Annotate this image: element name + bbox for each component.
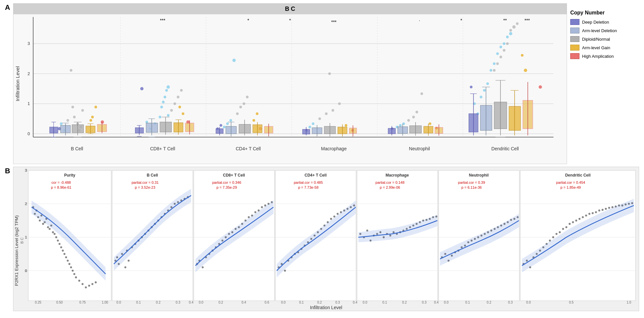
svg-text:0.3: 0.3 (508, 301, 513, 304)
svg-text:0.0: 0.0 (526, 301, 531, 304)
svg-text:2: 2 (25, 202, 27, 206)
svg-point-169 (503, 42, 505, 45)
svg-point-40 (101, 120, 104, 124)
svg-point-453 (569, 223, 571, 225)
svg-point-241 (85, 286, 87, 288)
svg-text:Macrophage: Macrophage (321, 146, 347, 151)
svg-point-123 (325, 112, 328, 115)
svg-text:0: 0 (25, 269, 27, 273)
svg-text:Macrophage: Macrophage (385, 173, 409, 177)
svg-text:0.4: 0.4 (434, 301, 439, 304)
svg-point-159 (470, 86, 473, 88)
svg-point-69 (165, 89, 168, 92)
svg-point-165 (490, 69, 492, 72)
panel-legend: Copy Number Deep Deletion Arm-level Dele… (567, 3, 639, 164)
panel-a-chart: B C 0 1 2 3 Infiltration Level (13, 3, 567, 164)
svg-text:partial.cor = 0.485: partial.cor = 0.485 (294, 180, 323, 184)
svg-point-73 (173, 102, 176, 105)
legend-title: Copy Number (570, 10, 636, 16)
svg-point-264 (124, 266, 126, 268)
svg-point-164 (486, 82, 489, 85)
svg-point-462 (598, 209, 600, 211)
svg-rect-253 (112, 170, 193, 301)
subpanel-macrophage: Macrophage partial.cor = 0.148 p = 2.99e… (357, 170, 439, 304)
svg-point-237 (73, 273, 75, 275)
svg-text:2: 2 (28, 71, 30, 76)
svg-text:0.6: 0.6 (264, 301, 269, 304)
svg-point-31 (81, 109, 84, 112)
svg-point-221 (47, 226, 49, 228)
svg-point-229 (60, 246, 62, 248)
svg-point-145 (416, 111, 418, 113)
svg-point-454 (572, 221, 574, 223)
svg-point-242 (88, 285, 90, 287)
svg-text:p = 7.73e-58: p = 7.73e-58 (298, 185, 319, 189)
svg-text:Dendritic Cell: Dendritic Cell (565, 173, 591, 177)
svg-point-244 (95, 281, 97, 283)
svg-point-77 (182, 112, 184, 115)
svg-text:0.2: 0.2 (219, 301, 223, 304)
svg-point-162 (480, 96, 482, 98)
svg-point-463 (602, 209, 604, 211)
svg-point-240 (82, 283, 84, 285)
svg-point-179 (516, 22, 518, 25)
subpanel-cd4: CD4+ T Cell partial.cor = 0.485 p = 7.73… (275, 170, 357, 304)
svg-point-218 (42, 223, 44, 225)
svg-point-72 (170, 109, 173, 112)
svg-point-103 (243, 102, 245, 105)
svg-text:CD8+ T Cell: CD8+ T Cell (223, 173, 245, 177)
svg-point-224 (52, 231, 54, 233)
legend-item-deep-deletion: Deep Deletion (570, 19, 636, 25)
svg-text:0.75: 0.75 (79, 301, 86, 304)
svg-text:partial.cor = 0.31: partial.cor = 0.31 (131, 180, 158, 184)
svg-point-317 (261, 206, 263, 208)
legend-item-arm-deletion: Arm-level Deletion (570, 28, 636, 33)
svg-point-452 (565, 226, 567, 228)
svg-point-147 (429, 122, 431, 125)
svg-text:CD8+ T Cell: CD8+ T Cell (150, 146, 175, 151)
svg-point-465 (608, 207, 610, 209)
svg-point-68 (164, 96, 166, 98)
legend-item-high-amp: High Amplication (570, 53, 636, 59)
svg-text:0: 0 (28, 131, 30, 136)
svg-point-126 (328, 72, 331, 75)
svg-text:cor = -0.488: cor = -0.488 (51, 180, 71, 184)
svg-point-230 (62, 250, 64, 252)
svg-text:partial.cor = 0.148: partial.cor = 0.148 (376, 180, 405, 184)
svg-point-70 (166, 85, 170, 89)
svg-point-170 (506, 36, 509, 38)
panel-a-y-axis: Infiltration Level (15, 66, 20, 101)
svg-point-174 (499, 56, 502, 58)
svg-text:0.4: 0.4 (189, 301, 193, 304)
svg-point-176 (506, 42, 509, 45)
svg-text:**: ** (503, 18, 507, 23)
svg-point-121 (312, 122, 314, 125)
svg-text:CD4+ T Cell: CD4+ T Cell (236, 146, 261, 151)
svg-point-457 (582, 216, 584, 218)
svg-text:*: * (247, 18, 249, 23)
svg-point-175 (503, 49, 505, 52)
svg-point-235 (70, 266, 72, 268)
svg-point-458 (585, 215, 587, 217)
panel-b-chart: P2RX1 Expression Level (log2 TPM) B C In… (13, 167, 639, 311)
svg-point-461 (595, 211, 597, 213)
svg-point-225 (54, 233, 56, 235)
svg-point-36 (60, 122, 63, 125)
svg-text:p = 7.35e-29: p = 7.35e-29 (217, 185, 237, 189)
svg-point-182 (539, 85, 542, 89)
svg-point-127 (345, 124, 347, 127)
subpanel-dendritic: Dendritic Cell partial.cor = 0.454 p = 1… (520, 170, 635, 304)
svg-point-239 (78, 280, 80, 282)
svg-text:0.2: 0.2 (317, 301, 322, 304)
svg-point-74 (177, 96, 179, 98)
panel-a-label: A (5, 3, 10, 12)
svg-point-67 (162, 101, 165, 103)
svg-point-222 (49, 228, 50, 230)
svg-text:partial.cor = 0.346: partial.cor = 0.346 (212, 180, 241, 184)
panel-b-x-axis: Infiltration Level (310, 305, 342, 310)
svg-text:0.2: 0.2 (487, 301, 491, 304)
svg-text:partial.cor = 0.454: partial.cor = 0.454 (556, 180, 585, 184)
svg-point-178 (512, 25, 516, 29)
svg-point-233 (67, 260, 69, 262)
svg-text:0.25: 0.25 (35, 301, 42, 304)
